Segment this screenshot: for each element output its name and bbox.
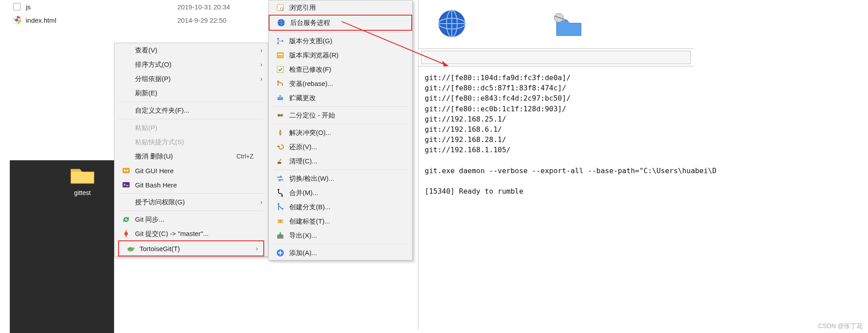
menu-label: Git Bash Here	[131, 181, 256, 189]
globe-icon	[436, 8, 467, 41]
context_menu_1-item[interactable]: Git Bash Here	[115, 178, 268, 192]
menu-separator	[119, 102, 263, 102]
context_menu_2-item[interactable]: 版本分支图(G)	[269, 34, 412, 48]
browse-icon	[275, 3, 286, 12]
folder-label: gittest	[70, 189, 95, 196]
menu-separator	[273, 106, 408, 107]
chrome-icon	[12, 16, 21, 24]
menu-label: Git 同步...	[131, 215, 256, 224]
context_menu_2-item[interactable]: 导出(X)...	[269, 228, 412, 243]
terminal-output: git://[fe80::104d:fa9d:fc3f:de0a]/ git:/…	[418, 66, 693, 203]
menu-separator	[119, 211, 263, 211]
context_menu_2-item[interactable]: 后台服务进程	[270, 16, 411, 30]
svg-rect-23	[278, 162, 281, 164]
svg-point-24	[278, 189, 279, 191]
svg-point-7	[124, 232, 128, 236]
menu-label: 分组依据(P)	[131, 75, 256, 83]
context_menu_1-item[interactable]: Git 提交(C) -> "master"...	[115, 227, 268, 241]
menu-label: Git 提交(C) -> "master"...	[131, 230, 256, 238]
context_menu_2-item[interactable]: 添加(A)...	[269, 246, 412, 260]
folder-icon	[70, 165, 95, 185]
context_menu_2-item[interactable]: 贮藏更改	[269, 91, 412, 105]
menu-label: 版本库浏览器(R)	[286, 51, 401, 60]
repo-icon	[275, 51, 286, 60]
context_menu_1-item: 粘贴快捷方式(S)	[115, 135, 268, 149]
toolbar-input[interactable]	[421, 51, 691, 64]
context_menu_2-item[interactable]: 浏览引用	[269, 0, 412, 15]
context_menu_1-item[interactable]: Git GUI Here	[115, 163, 268, 178]
context_menu_1-item[interactable]: TortoiseGit(T)›	[119, 241, 263, 256]
context-menu-tortoisegit: 浏览引用后台服务进程版本分支图(G)版本库浏览器(R)检查已修改(F)变基(re…	[268, 0, 413, 260]
menu-label: 创建分支(B)...	[286, 203, 401, 211]
context_menu_1-item: 粘贴(P)	[115, 121, 268, 135]
branch-icon	[275, 203, 286, 211]
context_menu_1-item[interactable]: 排序方式(O)›	[115, 57, 268, 72]
menu-label: 授予访问权限(G)	[131, 198, 256, 207]
menu-label: TortoiseGit(T)	[136, 245, 252, 252]
context_menu_2-item[interactable]: 还原(V)...	[269, 140, 412, 154]
context_menu_1-item[interactable]: 查看(V)›	[115, 43, 268, 57]
menu-label: 版本分支图(G)	[286, 37, 401, 45]
svg-rect-0	[13, 3, 20, 10]
menu-separator	[273, 170, 408, 170]
menu-label: Git GUI Here	[131, 167, 256, 175]
context_menu_1-item[interactable]: 撤消 删除(U)Ctrl+Z	[115, 149, 268, 163]
git-bash-icon	[121, 180, 131, 189]
svg-point-5	[127, 170, 128, 171]
menu-label: 创建标签(T)...	[286, 217, 401, 226]
menu-label: 还原(V)...	[286, 143, 401, 151]
resolve-icon	[275, 128, 286, 137]
svg-point-4	[124, 170, 126, 171]
clean-icon	[275, 157, 286, 166]
menu-label: 贮藏更改	[286, 94, 401, 102]
context-menu-primary: 查看(V)›排序方式(O)›分组依据(P)›刷新(E)自定义文件夹(F)...粘…	[114, 43, 268, 256]
network-folder-icon	[548, 8, 583, 41]
context_menu_2-item[interactable]: 清理(C)...	[269, 154, 412, 168]
daemon-window: git://[fe80::104d:fa9d:fc3f:de0a]/ git:/…	[418, 0, 693, 329]
svg-point-22	[280, 114, 283, 117]
revgraph-icon	[275, 37, 286, 45]
globe-icon	[276, 18, 287, 27]
svg-point-9	[132, 248, 135, 250]
context_menu_1-item[interactable]: 分组依据(P)›	[115, 72, 268, 86]
tag-icon: T	[275, 217, 286, 226]
submenu-arrow-icon: ›	[256, 47, 262, 54]
menu-label: 粘贴快捷方式(S)	[131, 138, 256, 146]
submenu-arrow-icon: ›	[252, 245, 258, 252]
file-date: 2014-9-29 22:50	[177, 16, 226, 24]
add-icon	[275, 248, 286, 257]
menu-label: 浏览引用	[286, 4, 401, 12]
svg-point-27	[282, 208, 283, 210]
context_menu_1-item[interactable]: 刷新(E)	[115, 86, 268, 100]
context_menu_2-item[interactable]: 变基(rebase)...	[269, 77, 412, 91]
menu-separator	[273, 244, 408, 244]
context_menu_2-item[interactable]: 合并(M)...	[269, 186, 412, 200]
svg-point-20	[277, 81, 279, 82]
menu-label: 后台服务进程	[287, 19, 400, 27]
context_menu_1-item[interactable]: 授予访问权限(G)›	[115, 195, 268, 209]
context_menu_2-item[interactable]: 二分定位 - 开始	[269, 108, 412, 122]
highlight-box: 后台服务进程	[269, 15, 412, 31]
context_menu_1-item[interactable]: 自定义文件夹(F)...	[115, 103, 268, 118]
context_menu_2-item[interactable]: 切换/检出(W)...	[269, 171, 412, 186]
toolbar	[418, 49, 693, 66]
context_menu_2-item[interactable]: 版本库浏览器(R)	[269, 48, 412, 62]
menu-label: 清理(C)...	[286, 157, 401, 166]
menu-shortcut: Ctrl+Z	[237, 153, 257, 160]
desktop-dark-area: gittest	[10, 160, 114, 333]
menu-label: 变基(rebase)...	[286, 80, 401, 88]
context_menu_1-item[interactable]: Git 同步...	[115, 212, 268, 227]
context_menu_2-item[interactable]: 创建分支(B)...	[269, 200, 412, 214]
check-icon	[275, 65, 286, 74]
tortoise-icon	[125, 244, 136, 253]
rebase-icon	[275, 79, 286, 88]
svg-point-21	[278, 114, 280, 117]
folder-item[interactable]: gittest	[70, 165, 95, 196]
context_menu_2-item[interactable]: 解决冲突(O)...	[269, 126, 412, 140]
context_menu_2-item[interactable]: T创建标签(T)...	[269, 214, 412, 228]
svg-point-25	[281, 195, 283, 197]
menu-label: 刷新(E)	[131, 89, 256, 97]
context_menu_2-item[interactable]: 检查已修改(F)	[269, 62, 412, 77]
icon-bar	[418, 0, 693, 49]
stash-icon	[275, 93, 286, 102]
